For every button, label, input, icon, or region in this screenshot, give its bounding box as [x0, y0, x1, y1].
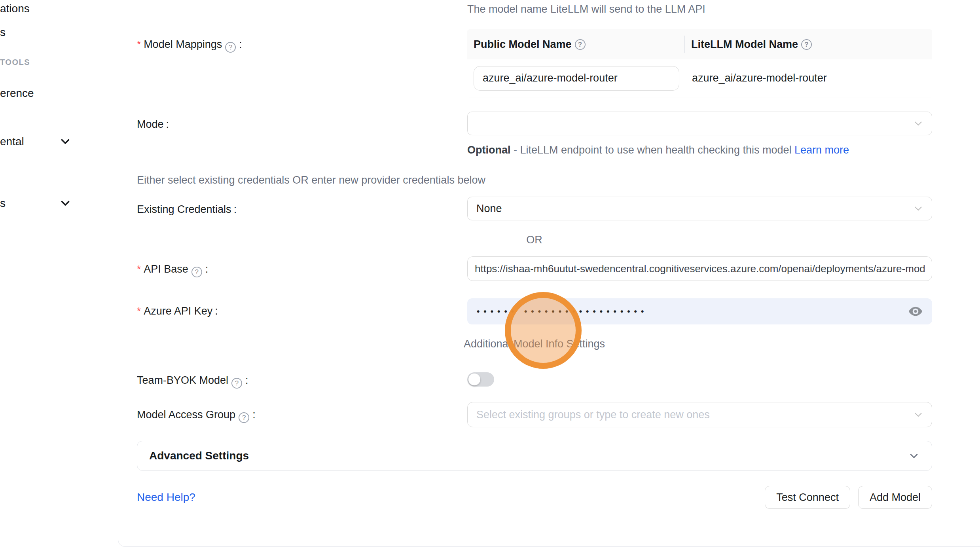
mode-help-text: Optional - LiteLLM endpoint to use when …: [467, 142, 855, 158]
advanced-settings-title: Advanced Settings: [149, 449, 249, 462]
add-model-screen: ations s TOOLS erence ental s The model …: [0, 0, 980, 548]
public-model-name-input[interactable]: [474, 66, 679, 91]
need-help-link[interactable]: Need Help?: [137, 491, 195, 504]
api-base-row: *API Base?:: [137, 256, 932, 281]
azure-api-key-label: *Azure API Key:: [137, 298, 467, 318]
question-circle-icon[interactable]: ?: [231, 378, 242, 389]
existing-credentials-value: None: [476, 203, 502, 215]
sidebar-item[interactable]: ental: [0, 134, 24, 150]
toggle-knob: [468, 374, 480, 385]
required-mark: *: [137, 38, 141, 50]
question-circle-icon[interactable]: ?: [239, 412, 249, 423]
model-access-group-row: Model Access Group?: Select existing gro…: [137, 402, 932, 427]
chevron-down-icon[interactable]: [59, 135, 72, 148]
public-model-name-header: Public Model Name?: [467, 36, 685, 53]
model-mappings-table: Public Model Name? LiteLLM Model Name? a…: [467, 29, 932, 97]
sidebar-item[interactable]: s: [0, 195, 6, 211]
learn-more-link[interactable]: Learn more: [794, 144, 849, 156]
chevron-down-icon: [913, 409, 924, 420]
advanced-settings-toggle[interactable]: Advanced Settings: [137, 441, 932, 471]
existing-credentials-select[interactable]: None: [467, 197, 932, 220]
api-base-label: *API Base?:: [137, 256, 467, 277]
footer: Need Help? Test Connect Add Model: [137, 486, 932, 509]
test-connect-button[interactable]: Test Connect: [765, 486, 850, 509]
or-divider: OR: [137, 234, 932, 246]
sidebar-item[interactable]: erence: [0, 85, 34, 101]
additional-settings-divider: Additional Model Info Settings: [137, 338, 932, 350]
question-circle-icon[interactable]: ?: [225, 42, 236, 53]
mode-row: Mode:: [137, 112, 932, 135]
masked-api-key: •••••• ••••••••••••••••••: [477, 307, 648, 316]
model-access-group-placeholder: Select existing groups or type to create…: [476, 409, 710, 421]
litellm-model-name-header: LiteLLM Model Name?: [685, 38, 932, 51]
litellm-model-name-value: azure_ai/azure-model-router: [679, 72, 827, 84]
question-circle-icon[interactable]: ?: [575, 39, 586, 50]
chevron-down-icon: [913, 203, 924, 214]
sidebar: ations s TOOLS erence ental s: [0, 0, 118, 548]
team-byok-label: Team-BYOK Model?:: [137, 368, 467, 389]
question-circle-icon[interactable]: ?: [801, 39, 812, 50]
add-model-panel: The model name LiteLLM will send to the …: [118, 0, 980, 547]
existing-credentials-row: Existing Credentials: None: [137, 197, 932, 220]
table-header: Public Model Name? LiteLLM Model Name?: [467, 29, 932, 59]
team-byok-row: Team-BYOK Model?:: [137, 368, 932, 389]
model-access-group-select[interactable]: Select existing groups or type to create…: [467, 402, 932, 427]
model-mappings-row: *Model Mappings?: Public Model Name? Lit…: [137, 29, 932, 97]
mode-select[interactable]: [467, 112, 932, 135]
api-base-input[interactable]: [467, 256, 932, 281]
add-model-button[interactable]: Add Model: [858, 486, 932, 509]
model-name-hint: The model name LiteLLM will send to the …: [467, 0, 932, 19]
existing-credentials-label: Existing Credentials:: [137, 197, 467, 216]
model-access-group-label: Model Access Group?:: [137, 402, 467, 423]
table-row: azure_ai/azure-model-router: [467, 59, 932, 97]
question-circle-icon[interactable]: ?: [191, 267, 202, 277]
required-mark: *: [137, 305, 141, 317]
sidebar-section-tools: TOOLS: [0, 58, 30, 67]
model-mappings-label: *Model Mappings?:: [137, 29, 467, 53]
chevron-down-icon[interactable]: [59, 196, 72, 210]
azure-api-key-row: *Azure API Key: •••••• •••••••••••••••••…: [137, 298, 932, 324]
sidebar-item[interactable]: s: [0, 25, 6, 40]
credentials-note: Either select existing credentials OR en…: [137, 174, 932, 186]
chevron-down-icon: [908, 450, 920, 462]
required-mark: *: [137, 263, 141, 275]
azure-api-key-input[interactable]: •••••• ••••••••••••••••••: [467, 298, 932, 324]
eye-icon[interactable]: [908, 303, 923, 319]
sidebar-item[interactable]: ations: [0, 1, 30, 17]
team-byok-toggle[interactable]: [467, 372, 494, 387]
chevron-down-icon: [913, 118, 924, 129]
mode-label: Mode:: [137, 112, 467, 131]
